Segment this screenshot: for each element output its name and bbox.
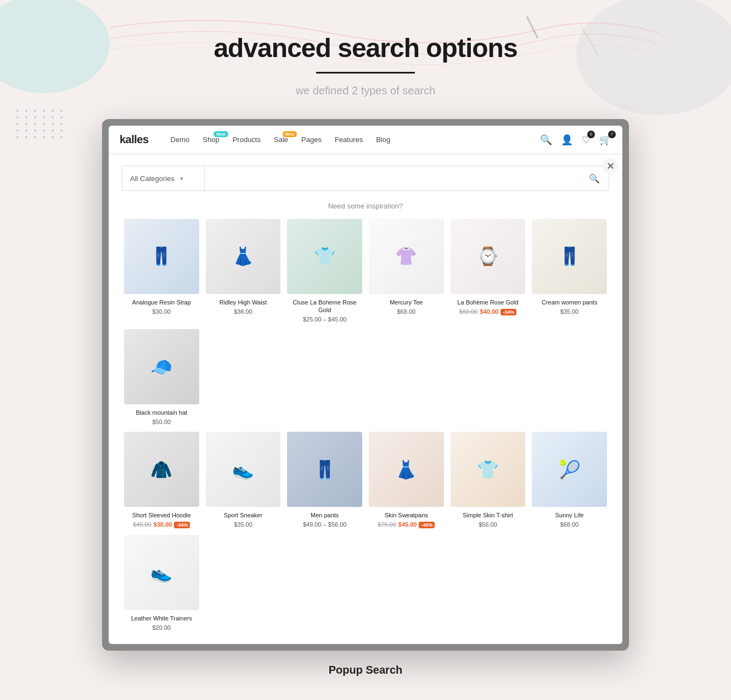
- product-name: Leather White Trainers: [124, 614, 199, 622]
- cart-icon[interactable]: 🛒 7: [599, 134, 611, 146]
- price-sale: $30.00: [154, 521, 172, 528]
- navbar-nav: Demo Shop New Products Sale New Pages Fe…: [171, 136, 540, 144]
- product-name: Sport Sneaker: [206, 511, 281, 519]
- category-label: All Categories: [130, 174, 175, 183]
- products-grid-row1: 👖Analogue Resin Strap$30.00👗Ridley High …: [122, 219, 609, 425]
- discount-badge: -34%: [174, 522, 190, 528]
- nav-item-features[interactable]: Features: [335, 136, 363, 144]
- product-name: Skin Sweatpans: [369, 511, 444, 519]
- product-image: 👖: [287, 432, 362, 507]
- product-card[interactable]: 🧢Black mountain hat$50.00: [124, 329, 199, 425]
- product-name: La Bohème Rose Gold: [451, 298, 526, 306]
- product-name: Mercury Tee: [369, 298, 444, 306]
- wishlist-icon[interactable]: ♡ 0: [582, 134, 591, 146]
- nav-item-demo[interactable]: Demo: [171, 136, 190, 144]
- price-range: $49.00 – $56.00: [303, 521, 347, 528]
- discount-badge: -40%: [419, 522, 435, 528]
- product-price: $45.00$30.00-34%: [124, 521, 199, 528]
- product-card[interactable]: 🎾Sunny Life$68.00: [532, 432, 607, 528]
- product-card[interactable]: 👗Ridley High Waist$36.00: [206, 219, 281, 323]
- product-image: 🎾: [532, 432, 607, 507]
- page-title: advanced search options: [213, 33, 517, 63]
- product-card[interactable]: 🧥Short Sleeved Hoodie$45.00$30.00-34%: [124, 432, 199, 528]
- price-sale: $45.00: [398, 521, 417, 528]
- product-image: 🧥: [124, 432, 199, 507]
- product-price: $60.00$40.00-34%: [451, 308, 526, 315]
- products-grid-row2: 🧥Short Sleeved Hoodie$45.00$30.00-34%👟Sp…: [122, 432, 609, 631]
- sale-badge: New: [283, 131, 297, 137]
- chevron-down-icon: ▼: [179, 176, 184, 182]
- popup-window: kalles Demo Shop New Products Sale New P…: [109, 126, 622, 644]
- nav-item-products[interactable]: Products: [233, 136, 261, 144]
- shop-badge: New: [213, 131, 228, 137]
- price-range: $25.00 – $45.00: [303, 316, 347, 323]
- product-price: $56.00: [451, 521, 526, 528]
- price-sale: $40.00: [480, 308, 498, 315]
- wishlist-badge: 0: [587, 131, 595, 138]
- product-price: $30.00: [124, 308, 199, 315]
- product-image: 👕: [451, 432, 526, 507]
- search-submit-icon: 🔍: [589, 173, 600, 184]
- category-dropdown[interactable]: All Categories ▼: [122, 166, 205, 190]
- product-image: 👗: [369, 432, 444, 507]
- nav-item-sale[interactable]: Sale New: [274, 136, 288, 144]
- product-image: 👖: [532, 219, 607, 294]
- search-input[interactable]: [205, 166, 580, 190]
- product-card[interactable]: ⌚La Bohème Rose Gold$60.00$40.00-34%: [451, 219, 526, 323]
- navbar-icons: 🔍 👤 ♡ 0 🛒 7: [540, 134, 611, 146]
- price-original: $60.00: [459, 308, 478, 315]
- product-name: Ridley High Waist: [206, 298, 281, 306]
- product-card[interactable]: 👟Leather White Trainers$20.00: [124, 535, 199, 631]
- price-value: $68.00: [397, 308, 416, 315]
- price-value: $50.00: [153, 419, 171, 425]
- product-image: ⌚: [451, 219, 526, 294]
- product-price: $50.00: [124, 419, 199, 425]
- close-button[interactable]: ✕: [603, 159, 618, 174]
- product-image: 👕: [287, 219, 362, 294]
- product-card[interactable]: 👖Men pants$49.00 – $56.00: [287, 432, 362, 528]
- nav-item-shop[interactable]: Shop New: [203, 136, 219, 144]
- product-image: 👖: [124, 219, 199, 294]
- search-popup-body: All Categories ▼ 🔍 Need some inspiration…: [109, 154, 622, 644]
- price-value: $68.00: [560, 521, 579, 528]
- discount-badge: -34%: [501, 309, 516, 315]
- product-name: Analogue Resin Strap: [124, 298, 199, 306]
- product-price: $68.00: [369, 308, 444, 315]
- price-value: $36.00: [234, 308, 252, 315]
- product-image: 👗: [206, 219, 281, 294]
- product-image: 👟: [206, 432, 281, 507]
- product-name: Men pants: [287, 511, 362, 519]
- product-name: Cream women pants: [532, 298, 607, 306]
- product-card[interactable]: 👟Sport Sneaker$35.00: [206, 432, 281, 528]
- product-name: Short Sleeved Hoodie: [124, 511, 199, 519]
- price-value: $35.00: [234, 521, 252, 528]
- product-card[interactable]: 👕Cluse La Boheme Rose Gold$25.00 – $45.0…: [287, 219, 362, 323]
- product-name: Sunny Life: [532, 511, 607, 519]
- nav-item-pages[interactable]: Pages: [301, 136, 322, 144]
- product-card[interactable]: 👖Cream women pants$35.00: [532, 219, 607, 323]
- price-original: $75.00: [378, 521, 396, 528]
- search-icon[interactable]: 🔍: [540, 134, 552, 146]
- user-icon[interactable]: 👤: [561, 134, 573, 146]
- product-price: $35.00: [206, 521, 281, 528]
- search-bar: All Categories ▼ 🔍: [122, 166, 609, 191]
- price-value: $20.00: [153, 624, 171, 631]
- navbar: kalles Demo Shop New Products Sale New P…: [109, 126, 622, 154]
- product-card[interactable]: 👚Mercury Tee$68.00: [369, 219, 444, 323]
- price-value: $30.00: [153, 308, 171, 315]
- nav-item-blog[interactable]: Blog: [376, 136, 390, 144]
- product-price: $68.00: [532, 521, 607, 528]
- page-subtitle: we defined 2 types of search: [296, 84, 436, 97]
- price-value: $56.00: [479, 521, 497, 528]
- product-card[interactable]: 👕Simple Skin T-shirt$56.00: [451, 432, 526, 528]
- product-card[interactable]: 👗Skin Sweatpans$75.00$45.00-40%: [369, 432, 444, 528]
- browser-frame: kalles Demo Shop New Products Sale New P…: [102, 119, 629, 651]
- price-value: $35.00: [560, 308, 579, 315]
- product-price: $49.00 – $56.00: [287, 521, 362, 528]
- price-original: $45.00: [133, 521, 151, 528]
- product-name: Simple Skin T-shirt: [451, 511, 526, 519]
- product-image: 🧢: [124, 329, 199, 404]
- product-price: $75.00$45.00-40%: [369, 521, 444, 528]
- navbar-logo[interactable]: kalles: [120, 133, 149, 146]
- product-card[interactable]: 👖Analogue Resin Strap$30.00: [124, 219, 199, 323]
